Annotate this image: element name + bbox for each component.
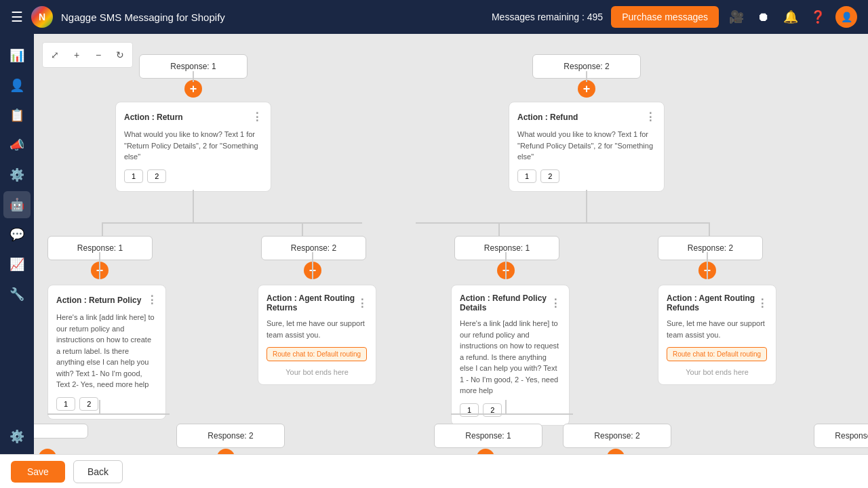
messages-remaining: Messages remaining : 495	[492, 12, 603, 22]
conn-v-r1-left	[102, 222, 103, 236]
conn-v-to-bottom-2	[505, 400, 507, 413]
sidebar-item-chat[interactable]: 💬	[3, 221, 31, 248]
action-agent-returns-header: Action : Agent Routing Returns ⋮	[267, 293, 368, 312]
action-return-buttons: 1 2	[124, 169, 262, 183]
sidebar-item-campaigns[interactable]: 📋	[3, 102, 31, 129]
action-refund-header: Action : Refund ⋮	[517, 110, 656, 123]
action-refund-title: Action : Refund	[517, 113, 578, 122]
sidebar-item-integrations[interactable]: 🔧	[3, 281, 31, 308]
response-label-1-bottom-center: Response: 1	[434, 424, 542, 448]
action-return-policy-title: Action : Return Policy	[56, 296, 141, 305]
conn-h-bottom-1	[47, 413, 170, 415]
app-title: Ngagge SMS Messaging for Shopify	[61, 12, 225, 23]
action-node-refund-policy[interactable]: Action : Refund Policy Details ⋮ Here's …	[451, 285, 570, 426]
connector-v-left-top	[193, 71, 194, 82]
action-return-policy-header: Action : Return Policy ⋮	[56, 293, 157, 306]
action-agent-refunds-body: Sure, let me have our support team assis…	[667, 318, 768, 340]
response-node-2-bottom-center[interactable]: Response: 2	[563, 424, 671, 448]
action-refund-btn1[interactable]: 1	[517, 169, 536, 183]
response-label-2-bottom-left: Response: 2	[176, 424, 285, 448]
action-agent-refunds-route: Route chat to: Default routing	[667, 347, 767, 361]
sidebar-item-bottom-settings[interactable]: ⚙️	[3, 423, 31, 450]
conn-v-r2-left	[302, 222, 303, 236]
sidebar-item-megaphone[interactable]: 📣	[3, 131, 31, 159]
conn-h2-left	[102, 222, 302, 224]
response-label-2-center-left: Response: 2	[261, 236, 366, 260]
conn-v-to-bottom-1	[99, 400, 100, 413]
action-return-body: What would you like to know? Text 1 for …	[124, 129, 262, 163]
conn-v-row3-2	[312, 252, 313, 279]
action-agent-refunds-menu[interactable]: ⋮	[757, 297, 768, 310]
action-refund-buttons: 1 2	[517, 169, 656, 183]
conn-v-r1-right	[498, 222, 500, 236]
plus-wrapper-right-top: +	[578, 80, 595, 98]
sidebar-item-bot[interactable]: 🤖	[3, 191, 31, 218]
action-node-agent-refunds[interactable]: Action : Agent Routing Refunds ⋮ Sure, l…	[658, 285, 776, 385]
video-icon[interactable]: 🎥	[727, 7, 746, 26]
response-label-bottom-truncated	[34, 424, 88, 439]
action-refund-menu[interactable]: ⋮	[645, 110, 656, 123]
action-refund-policy-menu[interactable]: ⋮	[550, 297, 561, 310]
flow-canvas: Response: 1 Response: 2 + + Action : Ret…	[34, 34, 868, 488]
action-return-title: Action : Return	[124, 113, 183, 122]
action-refund-policy-body: Here's a link [add link here] to our ref…	[460, 318, 561, 396]
conn-v-row3-3	[505, 252, 507, 279]
bell-icon[interactable]: 🔔	[781, 7, 800, 26]
action-return-menu[interactable]: ⋮	[252, 110, 262, 123]
action-return-btn1[interactable]: 1	[124, 169, 143, 183]
conn-v-r2-right	[709, 222, 710, 236]
response-node-1-center-right[interactable]: Response: 1	[454, 236, 559, 260]
response-label-2-bottom-center: Response: 2	[563, 424, 671, 448]
connector-v-right-top	[586, 71, 587, 82]
response-label-1-bottom-right: Response: 1	[814, 424, 868, 448]
conn-refund-down	[586, 190, 587, 224]
action-return-header: Action : Return ⋮	[124, 110, 262, 123]
action-agent-returns-menu[interactable]: ⋮	[357, 297, 368, 310]
conn-v-row3-1	[99, 252, 100, 279]
response-label-2-right: Response: 2	[658, 236, 763, 260]
action-node-agent-returns[interactable]: Action : Agent Routing Returns ⋮ Sure, l…	[258, 285, 376, 385]
sidebar: 📊 👤 📋 📣 ⚙️ 🤖 💬 📈 🔧 ⚙️ ⊞	[0, 34, 34, 488]
response-label-1-center-right: Response: 1	[454, 236, 559, 260]
response-node-2-bottom-left[interactable]: Response: 2	[176, 424, 285, 448]
avatar[interactable]: 👤	[835, 6, 857, 28]
record-icon[interactable]: ⏺	[754, 7, 773, 26]
sidebar-item-users[interactable]: 👤	[3, 72, 31, 99]
action-return-policy-btn2[interactable]: 2	[79, 397, 98, 411]
navbar: ☰ N Ngagge SMS Messaging for Shopify Mes…	[0, 0, 868, 34]
response-node-bottom-truncated[interactable]	[34, 424, 88, 439]
sidebar-item-analytics[interactable]: 📊	[3, 42, 31, 69]
response-node-2-right[interactable]: Response: 2	[658, 236, 763, 260]
action-return-policy-btn1[interactable]: 1	[56, 397, 75, 411]
sidebar-item-settings[interactable]: ⚙️	[3, 161, 31, 188]
sidebar-item-reports[interactable]: 📈	[3, 251, 31, 278]
conn-v-row3-4	[707, 252, 708, 279]
app-logo: N	[31, 6, 53, 28]
help-icon[interactable]: ❓	[808, 7, 827, 26]
purchase-button[interactable]: Purchase messages	[611, 6, 719, 28]
action-agent-refunds-header: Action : Agent Routing Refunds ⋮	[667, 293, 768, 312]
action-node-return-policy[interactable]: Action : Return Policy ⋮ Here's a link […	[47, 285, 166, 420]
action-return-policy-menu[interactable]: ⋮	[146, 293, 157, 306]
action-node-refund[interactable]: Action : Refund ⋮ What would you like to…	[509, 102, 665, 192]
navbar-left: ☰ N Ngagge SMS Messaging for Shopify	[11, 6, 225, 28]
add-node-btn-left-top[interactable]: +	[184, 80, 202, 98]
action-return-btn2[interactable]: 2	[147, 169, 166, 183]
action-node-return[interactable]: Action : Return ⋮ What would you like to…	[115, 102, 271, 192]
action-agent-returns-ends: Your bot ends here	[267, 368, 368, 376]
save-button[interactable]: Save	[11, 461, 65, 483]
action-refund-btn2[interactable]: 2	[540, 169, 559, 183]
action-refund-policy-title: Action : Refund Policy Details	[460, 293, 550, 312]
action-refund-body: What would you like to know? Text 1 for …	[517, 129, 656, 163]
hamburger-icon[interactable]: ☰	[11, 9, 23, 25]
response-node-1-bottom-right[interactable]: Response: 1	[814, 424, 868, 448]
action-refund-policy-header: Action : Refund Policy Details ⋮	[460, 293, 561, 312]
add-node-btn-right-top[interactable]: +	[578, 80, 595, 98]
action-agent-refunds-ends: Your bot ends here	[667, 368, 768, 376]
response-node-2-center-left[interactable]: Response: 2	[261, 236, 366, 260]
plus-wrapper-left-top: +	[184, 80, 202, 98]
conn-h2-right	[498, 222, 709, 224]
response-node-1-bottom-center[interactable]: Response: 1	[434, 424, 542, 448]
back-button[interactable]: Back	[73, 460, 123, 483]
action-agent-returns-route: Route chat to: Default routing	[267, 347, 367, 361]
